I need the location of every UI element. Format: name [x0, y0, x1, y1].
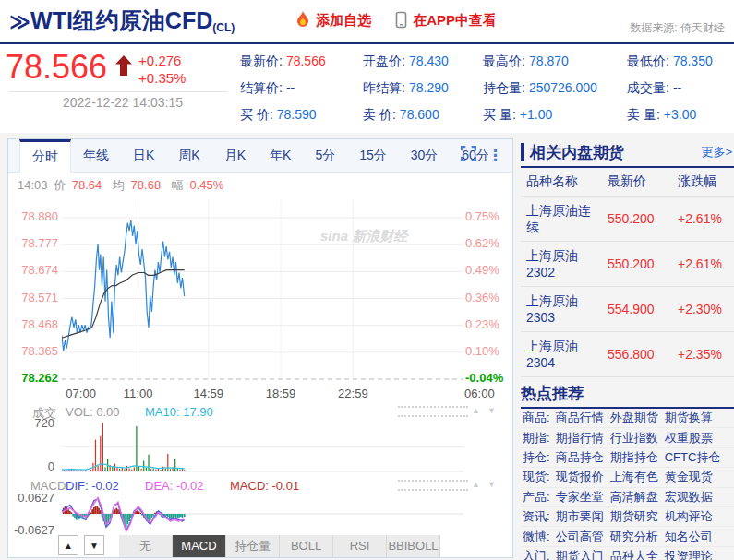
up-arrow-icon	[114, 55, 133, 80]
pane-expand-icon[interactable]: ▲	[472, 480, 480, 489]
pane-collapse-icon[interactable]: ▼	[487, 480, 496, 489]
pane-expand-icon[interactable]: ▲	[472, 406, 480, 415]
percent-axis-label: 0.23%	[465, 318, 511, 331]
pane-resize-handle[interactable]	[398, 406, 468, 417]
hot-link[interactable]: 商品持仓	[556, 449, 604, 466]
hot-link-row: 期指:期指行情行业指数权重股票	[521, 428, 734, 447]
info-time: 14:03	[18, 178, 48, 192]
quote-field-label: 卖 价:	[363, 107, 396, 122]
hot-link[interactable]: 期货换算	[665, 410, 713, 426]
quote-field: 结算价:--	[240, 80, 363, 97]
chart-tab-年K[interactable]: 年K	[258, 139, 303, 172]
hot-link-category: 现货:	[523, 469, 550, 485]
hot-link[interactable]: 权重股票	[665, 430, 713, 447]
hot-link-category: 持仓:	[523, 449, 550, 466]
chart-tab-5分[interactable]: 5分	[303, 139, 347, 172]
main-price-chart[interactable]: sina 新浪财经 78.88078.77778.67478.57178.468…	[8, 193, 512, 387]
sidebar: 相关内盘期货 更多> 品种名称最新价涨跌幅 上海原油连续550.200+2.61…	[521, 138, 734, 560]
hot-link[interactable]: 研究分析	[610, 529, 658, 545]
futures-row[interactable]: 上海原油2302550.200+2.61%	[521, 242, 734, 287]
futures-col-header: 品种名称	[526, 173, 608, 190]
futures-row[interactable]: 上海原油2303554.900+2.30%	[521, 287, 734, 332]
futures-row[interactable]: 上海原油连续550.200+2.61%	[521, 197, 734, 242]
hot-link[interactable]: 商品行情	[556, 410, 604, 426]
more-options-icon[interactable]: ⋮	[487, 149, 503, 163]
pane-collapse-icon[interactable]: ▼	[487, 406, 496, 415]
quote-field-value: +3.00	[664, 107, 696, 122]
hot-link[interactable]: 宏观数据	[665, 489, 713, 506]
quote-field-label: 买 量:	[483, 107, 516, 122]
hot-link[interactable]: 期市要闻	[556, 508, 604, 525]
chart-tab-30分[interactable]: 30分	[399, 139, 451, 172]
price-axis-label: 78.674	[12, 264, 58, 277]
chart-tab-周K[interactable]: 周K	[166, 139, 211, 172]
quote-field-value: 78.350	[673, 54, 713, 68]
hot-link-row: 持仓:商品持仓期指持仓CFTC持仓	[521, 448, 734, 468]
quote-field-value: 250726.000	[529, 80, 597, 95]
hot-title: 热点推荐	[521, 383, 584, 404]
last-price: 78.566	[6, 50, 107, 85]
percent-axis-label: 0.10%	[465, 345, 511, 358]
chart-tab-月K[interactable]: 月K	[212, 139, 258, 172]
hot-link[interactable]: 品种大全	[610, 548, 658, 560]
more-link[interactable]: 更多>	[701, 144, 734, 161]
chart-tab-年线[interactable]: 年线	[71, 139, 121, 172]
quote-field-label: 卖 量:	[627, 107, 660, 122]
quote-field-label: 最新价:	[240, 54, 283, 68]
chart-tab-15分[interactable]: 15分	[347, 139, 399, 172]
hot-link[interactable]: 期货研究	[610, 508, 658, 525]
indicator-tab-BBIBOLL[interactable]: BBIBOLL	[387, 535, 440, 557]
scroll-down-button[interactable]: ▼	[84, 535, 104, 555]
hot-link[interactable]: 高清解盘	[610, 489, 658, 506]
hot-header: 热点推荐	[521, 379, 734, 409]
hot-link[interactable]: 期指持仓	[610, 449, 658, 466]
hot-link[interactable]: 公司高管	[556, 529, 604, 545]
indicator-tab-BOLL[interactable]: BOLL	[280, 535, 333, 557]
indicator-tab-RSI[interactable]: RSI	[333, 535, 387, 557]
pane-resize-handle[interactable]	[398, 480, 468, 491]
volume-chart[interactable]	[62, 419, 463, 472]
hot-link[interactable]: 外盘期货	[610, 410, 658, 426]
instrument-title: WTI纽约原油CFD	[30, 6, 212, 36]
quote-field-value: +1.00	[520, 107, 552, 122]
price-axis-label: 78.777	[12, 237, 58, 250]
chart-tools: ⋮	[461, 139, 512, 172]
hot-link[interactable]: 黄金现货	[665, 469, 713, 485]
hot-link-row: 商品:商品行情外盘期货期货换算	[521, 409, 734, 428]
quote-field-value: --	[673, 80, 681, 95]
related-futures-header: 相关内盘期货 更多>	[521, 138, 734, 168]
hot-link[interactable]: 机构评论	[665, 508, 713, 525]
quote-grid: 最新价:78.566开盘价:78.430最高价:78.870最低价:78.350…	[240, 44, 734, 133]
chart-tab-分时[interactable]: 分时	[19, 139, 71, 173]
time-axis: 07:0011:0014:5918:5922:5906:00	[62, 387, 463, 401]
hot-link[interactable]: 行业指数	[610, 430, 658, 447]
quote-field-value: 78.566	[286, 54, 326, 68]
hot-link[interactable]: 投资理论	[665, 548, 713, 560]
add-watchlist-button[interactable]: 添加自选	[295, 11, 371, 31]
chart-tab-日K[interactable]: 日K	[121, 139, 166, 172]
indicator-tab-bar: 无MACD持仓量BOLLRSIBBIBOLL	[119, 535, 440, 557]
time-axis-label: 11:00	[124, 387, 153, 400]
percent-axis-label: 0.75%	[465, 210, 511, 223]
futures-name: 上海原油2303	[526, 292, 600, 326]
hot-link[interactable]: 期货入门	[556, 548, 604, 560]
indicator-tab-无[interactable]: 无	[119, 535, 173, 557]
hot-link-category: 微博:	[523, 529, 550, 545]
price-chart-plot[interactable]	[62, 193, 463, 387]
fullscreen-icon[interactable]	[461, 146, 476, 165]
indicator-tab-MACD[interactable]: MACD	[173, 535, 226, 557]
view-in-app-button[interactable]: 在APP中查看	[395, 11, 497, 31]
title-prefix: ≫	[9, 10, 30, 34]
hot-link[interactable]: 期指行情	[556, 430, 604, 447]
indicator-tab-持仓量[interactable]: 持仓量	[226, 535, 280, 557]
macd-chart[interactable]	[62, 494, 463, 533]
hot-link[interactable]: 知名公司	[665, 529, 713, 545]
hot-link[interactable]: 上海有色	[610, 469, 658, 485]
quote-field: 成交量:--	[627, 80, 723, 97]
futures-row[interactable]: 上海原油2304556.800+2.35%	[521, 332, 734, 377]
hot-link[interactable]: 专家坐堂	[556, 489, 604, 506]
hot-link[interactable]: 现货报价	[556, 469, 604, 485]
hot-link[interactable]: CFTC持仓	[665, 449, 721, 466]
scroll-up-button[interactable]: ▲	[58, 535, 78, 555]
data-source: 数据来源: 倚天财经	[630, 20, 725, 42]
